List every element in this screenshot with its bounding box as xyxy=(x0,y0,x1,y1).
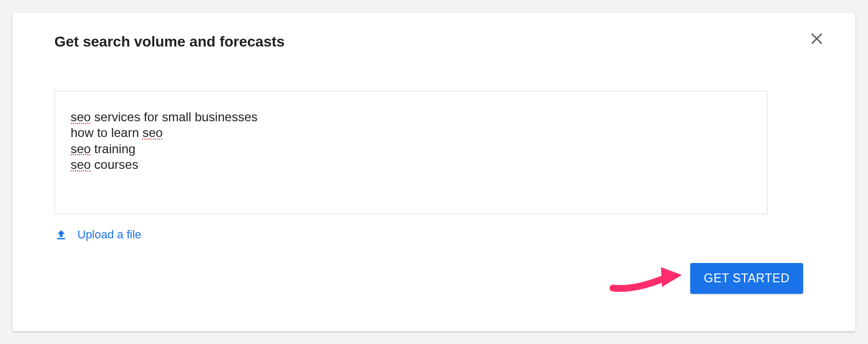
dialog-card: Get search volume and forecasts seo serv… xyxy=(13,13,855,331)
keyword-line: how to learn seo xyxy=(71,125,751,141)
keyword-line: seo courses xyxy=(71,157,751,173)
dialog-title: Get search volume and forecasts xyxy=(54,33,284,50)
dialog-header: Get search volume and forecasts xyxy=(54,33,819,50)
keywords-textarea[interactable]: seo services for small businesses how to… xyxy=(54,91,768,214)
keyword-line: seo services for small businesses xyxy=(71,109,751,125)
annotation-arrow-icon xyxy=(610,258,688,296)
keyword-line: seo training xyxy=(71,141,751,157)
content-area: seo services for small businesses how to… xyxy=(54,91,819,242)
close-icon xyxy=(809,31,825,49)
dialog-footer: GET STARTED xyxy=(690,263,803,294)
get-started-button[interactable]: GET STARTED xyxy=(690,263,803,294)
upload-label: Upload a file xyxy=(77,228,141,242)
upload-icon xyxy=(54,228,68,242)
upload-file-link[interactable]: Upload a file xyxy=(54,228,819,242)
close-button[interactable] xyxy=(807,30,826,49)
